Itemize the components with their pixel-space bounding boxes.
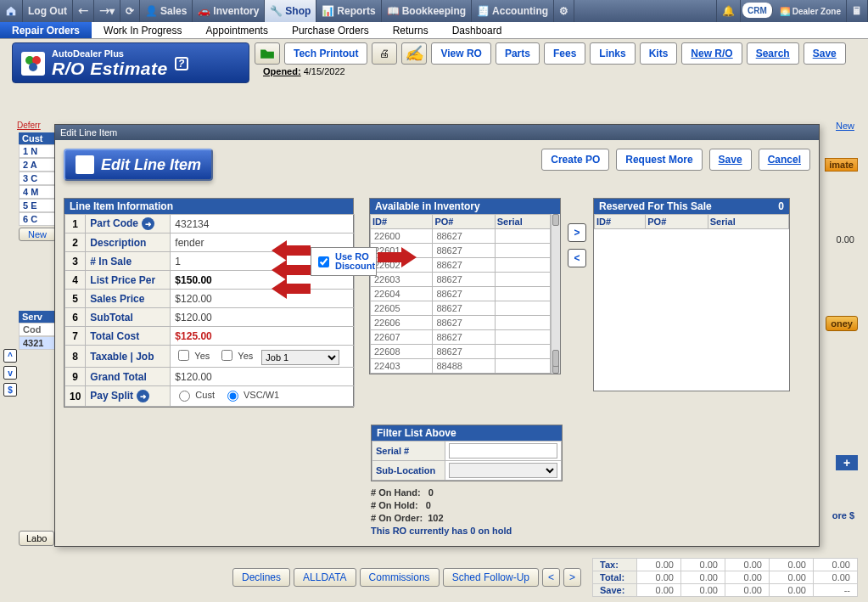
taxable-checkbox[interactable]: [178, 350, 189, 361]
home-icon[interactable]: [0, 0, 23, 22]
deferred-label: Deferr: [17, 121, 41, 130]
nav-accounting[interactable]: 🧾Accounting: [472, 0, 554, 22]
search-button[interactable]: Search: [747, 42, 799, 65]
crm-link[interactable]: CRM: [742, 3, 773, 18]
commissions-button[interactable]: Commissions: [360, 568, 440, 587]
paysplit-cust-radio[interactable]: [179, 391, 190, 402]
settings-icon[interactable]: ⚙: [554, 0, 574, 22]
reserved-panel: Reserved For This Sale0 ID#PO#Serial: [593, 198, 790, 391]
person-icon: 👤: [145, 5, 158, 17]
nav-bookkeeping[interactable]: 📖Bookkeeping: [382, 0, 472, 22]
tech-printout-button[interactable]: Tech Printout: [284, 42, 367, 65]
inventory-counts: # On Hand: 0 # On Hold: 0 # On Order: 10…: [371, 487, 563, 537]
table-row[interactable]: 2260788627: [371, 330, 551, 345]
up-button[interactable]: ^: [3, 349, 17, 363]
new-button[interactable]: New: [19, 228, 56, 241]
filter-panel: Filter List Above Serial # Sub-Location: [371, 425, 563, 481]
table-row[interactable]: 2260688627: [371, 316, 551, 330]
line-item-panel: Line Item Information 1Part Code➜4321342…: [64, 198, 354, 408]
parts-button[interactable]: Parts: [496, 42, 540, 65]
money-button[interactable]: oney: [826, 316, 858, 331]
nav-inventory[interactable]: 🚗Inventory: [193, 0, 265, 22]
scrollbar[interactable]: [551, 214, 560, 374]
subnav-wip[interactable]: Work In Progress: [92, 22, 193, 38]
sublocation-select[interactable]: [449, 463, 557, 478]
calculator-icon[interactable]: 🖩: [847, 0, 868, 22]
add-icon[interactable]: +: [836, 455, 858, 470]
new-ro-button[interactable]: New R/O: [681, 42, 742, 65]
use-ro-discount-box: Use RO Discount: [311, 247, 377, 276]
alldata-button[interactable]: ALLDATA: [294, 568, 356, 587]
inventory-table: ID#PO#Serial2260088627226018862722602886…: [370, 214, 551, 374]
subnav-purchase-orders[interactable]: Purchase Orders: [280, 22, 381, 38]
subnav-returns[interactable]: Returns: [381, 22, 440, 38]
nav-reports[interactable]: 📊Reports: [316, 0, 381, 22]
sign-icon[interactable]: ✍: [401, 42, 427, 65]
lookup-icon[interactable]: ➜: [137, 390, 149, 402]
money-mini-button[interactable]: $: [3, 383, 17, 397]
table-row[interactable]: 2260588627: [371, 301, 551, 316]
save-button[interactable]: Save: [804, 42, 846, 65]
subnav-repair-orders[interactable]: Repair Orders: [0, 22, 92, 38]
paysplit-vsc-radio[interactable]: [227, 391, 238, 402]
inventory-header: Available in Inventory: [370, 199, 560, 214]
app-logo-icon: [21, 52, 45, 76]
left-mini-buttons: ^ v $: [3, 349, 17, 397]
down-button[interactable]: v: [3, 366, 17, 380]
opened-label: Opened: 4/15/2022: [255, 66, 861, 76]
ledger-icon: 🧾: [477, 5, 490, 17]
filter-header: Filter List Above: [372, 425, 562, 441]
move-right-button[interactable]: >: [568, 223, 586, 242]
prev-button[interactable]: <: [542, 568, 560, 587]
kits-button[interactable]: Kits: [640, 42, 678, 65]
use-ro-discount-label: Use RO Discount: [335, 252, 375, 271]
table-row[interactable]: 2260488627: [371, 287, 551, 301]
logout-link[interactable]: Log Out: [23, 0, 73, 22]
job-checkbox[interactable]: [221, 350, 232, 361]
modal-save-button[interactable]: Save: [709, 149, 752, 171]
core-label: ore $: [832, 510, 854, 520]
modal-cancel-button[interactable]: Cancel: [759, 149, 810, 171]
table-row[interactable]: 2260888627: [371, 345, 551, 359]
create-po-button[interactable]: Create PO: [541, 149, 609, 171]
modal-title: Edit Line Item: [55, 125, 819, 140]
use-ro-discount-checkbox[interactable]: [318, 256, 329, 267]
sched-followup-button[interactable]: Sched Follow-Up: [443, 568, 539, 587]
labor-button[interactable]: Labo: [19, 531, 54, 546]
nav-back-icon[interactable]: 🡐: [73, 0, 94, 22]
job-select[interactable]: Job 1: [261, 350, 339, 365]
totals-table: Tax:0.000.000.000.000.00Total:0.000.000.…: [592, 558, 858, 597]
new-link[interactable]: New: [836, 121, 854, 131]
nav-sales[interactable]: 👤Sales: [140, 0, 193, 22]
reserved-count: 0: [778, 200, 784, 212]
arrow-left-icon: [272, 278, 311, 299]
nav-fwd-icon[interactable]: 🡒▾: [94, 0, 120, 22]
lookup-icon[interactable]: ➜: [142, 217, 154, 230]
bell-icon[interactable]: 🔔: [717, 0, 741, 22]
refresh-icon[interactable]: ⟳: [120, 0, 140, 22]
serial-input[interactable]: [449, 443, 557, 459]
table-row[interactable]: 2240388488: [371, 359, 551, 374]
declines-button[interactable]: Declines: [232, 568, 290, 587]
request-more-button[interactable]: Request More: [616, 149, 702, 171]
nav-shop[interactable]: 🔧Shop: [265, 0, 316, 22]
wrench-icon: 🔧: [270, 5, 283, 17]
print-icon[interactable]: 🖨: [372, 42, 397, 65]
dealer-zone-link[interactable]: 🌅Dealer Zone: [775, 0, 847, 22]
move-left-button[interactable]: <: [568, 249, 586, 267]
links-button[interactable]: Links: [590, 42, 635, 65]
top-nav: Log Out 🡐 🡒▾ ⟳ 👤Sales 🚗Inventory 🔧Shop 📊…: [0, 0, 868, 22]
line-item-header: Line Item Information: [64, 199, 353, 214]
info-icon[interactable]: ?: [175, 57, 188, 70]
subnav-appointments[interactable]: Appointments: [194, 22, 280, 38]
table-row[interactable]: 2260088627: [371, 229, 551, 244]
chart-icon: 📊: [322, 5, 334, 17]
subnav-dashboard[interactable]: Dashboard: [440, 22, 514, 38]
edit-line-item-modal: Edit Line Item ✎ Edit Line Item Create P…: [54, 124, 820, 547]
bg-value: 0.00: [837, 234, 854, 245]
table-row[interactable]: 2260388627: [371, 273, 551, 287]
view-ro-button[interactable]: View RO: [431, 42, 490, 65]
folder-icon[interactable]: [255, 42, 280, 65]
fees-button[interactable]: Fees: [544, 42, 585, 65]
next-button[interactable]: >: [563, 568, 581, 587]
